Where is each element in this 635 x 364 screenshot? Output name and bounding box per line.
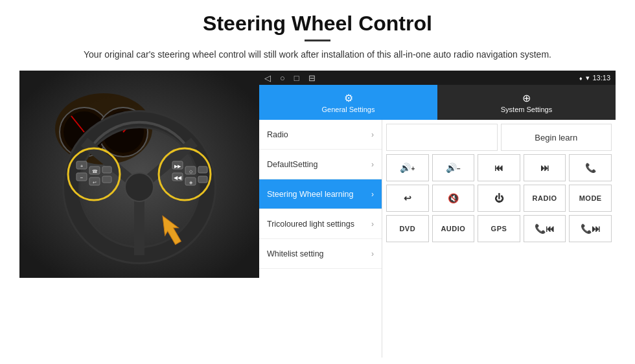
menu-item-radio[interactable]: Radio › [259,120,382,150]
top-tabs: ⚙ General Settings ⊕ System Settings [259,85,616,120]
controls-row-3: DVD AUDIO GPS 📞⏮ 📞⏭ [386,215,612,242]
tab-system-label: System Settings [501,106,552,113]
chevron-icon: › [371,190,374,199]
svg-rect-35 [198,176,207,183]
svg-text:☎: ☎ [92,169,98,174]
nav-icons: ◁ ○ □ ⊟ [264,73,316,83]
menu-item-tricoloured[interactable]: Tricoloured light settings › [259,209,382,239]
svg-text:◀◀: ◀◀ [174,175,182,181]
phone-icon: 📞 [585,163,596,173]
content-row: + − ☎ ↩ ▶▶ ◀◀ ◇ ◈ [19,71,616,358]
vol-down-icon: 🔊− [446,163,461,173]
dvd-button[interactable]: DVD [386,215,429,242]
system-settings-icon: ⊕ [522,92,531,104]
chevron-icon: › [371,130,374,139]
svg-rect-24 [102,176,111,183]
menu-item-steering-wheel[interactable]: Steering Wheel learning › [259,179,382,209]
back-icon[interactable]: ◁ [264,73,271,83]
svg-point-13 [125,173,154,201]
chevron-icon: › [371,249,374,258]
time-display: 13:13 [592,74,610,82]
audio-button[interactable]: AUDIO [432,215,475,242]
prev-track-button[interactable]: ⏮ [478,154,520,181]
device-panel: ◁ ○ □ ⊟ ⬧ ▾ 13:13 ⚙ General Settings [259,71,616,358]
menu-item-whitelist[interactable]: Whitelist setting › [259,239,382,269]
status-bar-right: ⬧ ▾ 13:13 [579,74,610,82]
svg-text:▶▶: ▶▶ [174,164,181,168]
steering-wheel-image: + − ☎ ↩ ▶▶ ◀◀ ◇ ◈ [19,71,259,278]
svg-text:+: + [80,163,84,169]
page-title: Steering Wheel Control [203,12,432,36]
vol-up-icon: 🔊+ [400,163,415,173]
next-icon: ⏭ [540,163,549,173]
phone-prev-icon: 📞⏮ [535,223,555,234]
phone-button[interactable]: 📞 [569,154,612,181]
tab-general[interactable]: ⚙ General Settings [259,85,437,120]
mute-button[interactable]: 🔇 [432,185,475,212]
begin-learn-row: Begin learn [386,124,612,151]
main-content: Radio › DefaultSetting › Steering Wheel … [259,120,616,358]
steering-wheel-svg: + − ☎ ↩ ▶▶ ◀◀ ◇ ◈ [19,71,259,278]
svg-rect-34 [198,166,207,173]
radio-button[interactable]: RADIO [524,185,566,212]
mode-button[interactable]: MODE [569,185,612,212]
return-button[interactable]: ↩ [386,185,429,212]
menu-icon[interactable]: ⊟ [308,73,316,83]
phone-prev-button[interactable]: 📞⏮ [524,215,566,242]
begin-learn-button[interactable]: Begin learn [501,124,612,151]
tab-system[interactable]: ⊕ System Settings [437,85,616,120]
power-button[interactable]: ⏻ [478,185,520,212]
tab-general-label: General Settings [322,106,375,113]
menu-panel: Radio › DefaultSetting › Steering Wheel … [259,120,382,358]
mute-icon: 🔇 [448,193,459,203]
svg-text:↩: ↩ [93,180,97,185]
phone-next-icon: 📞⏭ [581,223,601,234]
vol-down-button[interactable]: 🔊− [432,154,475,181]
phone-next-button[interactable]: 📞⏭ [569,215,612,242]
svg-text:−: − [80,175,84,181]
menu-item-default-setting[interactable]: DefaultSetting › [259,150,382,179]
status-bar: ◁ ○ □ ⊟ ⬧ ▾ 13:13 [259,71,616,85]
signal-icon: ▾ [586,74,590,82]
chevron-icon: › [371,220,374,229]
controls-row-1: 🔊+ 🔊− ⏮ ⏭ 📞 [386,154,612,181]
general-settings-icon: ⚙ [344,92,353,104]
controls-panel: Begin learn 🔊+ 🔊− ⏮ [382,120,616,358]
subtitle: Your original car's steering wheel contr… [84,48,551,62]
home-icon[interactable]: ○ [280,73,285,83]
recents-icon[interactable]: □ [294,73,299,83]
gps-button[interactable]: GPS [478,215,520,242]
chevron-icon: › [371,160,374,169]
power-icon: ⏻ [494,193,503,203]
next-track-button[interactable]: ⏭ [524,154,566,181]
empty-box [386,124,498,151]
title-divider [305,40,330,41]
page-wrapper: Steering Wheel Control Your original car… [0,0,635,364]
svg-rect-23 [102,166,111,173]
return-icon: ↩ [404,193,411,203]
controls-row-2: ↩ 🔇 ⏻ RADIO MODE [386,185,612,212]
prev-icon: ⏮ [494,163,503,173]
vol-up-button[interactable]: 🔊+ [386,154,429,181]
location-icon: ⬧ [579,74,583,82]
